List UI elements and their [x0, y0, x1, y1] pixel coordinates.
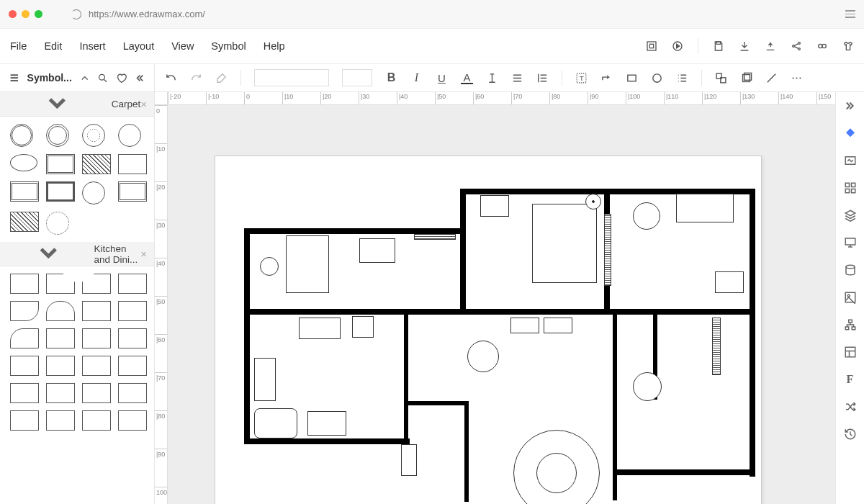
search-icon[interactable]: [97, 72, 109, 84]
close-library-icon[interactable]: ×: [140, 98, 147, 110]
shape-item[interactable]: [46, 124, 69, 147]
shape-item[interactable]: [46, 328, 75, 348]
shape-item[interactable]: [118, 274, 147, 294]
font-family-select[interactable]: [254, 69, 329, 86]
shape-item[interactable]: [10, 328, 39, 348]
shape-item[interactable]: [82, 274, 111, 294]
shape-item[interactable]: [10, 356, 39, 376]
furniture-toilet[interactable]: [401, 444, 417, 476]
furniture-counter[interactable]: [254, 358, 276, 401]
format-painter-icon[interactable]: [215, 72, 228, 84]
shape-item[interactable]: [46, 181, 75, 202]
fill-style-icon[interactable]: [844, 127, 857, 140]
shape-item[interactable]: [82, 383, 111, 403]
shape-item[interactable]: [118, 356, 147, 376]
highlight-icon[interactable]: [486, 72, 498, 84]
connector-icon[interactable]: [600, 72, 613, 84]
furniture-chair[interactable]: [260, 257, 279, 276]
furniture-sink[interactable]: [715, 271, 744, 293]
shape-item[interactable]: [10, 410, 39, 431]
shape-item[interactable]: [82, 301, 111, 321]
shape-item[interactable]: [118, 328, 147, 348]
shape-item[interactable]: [46, 212, 69, 235]
library-header-kitchen[interactable]: Kitchen and Dini... ×: [0, 242, 154, 266]
furniture-dining-table[interactable]: [467, 341, 499, 372]
menu-layout[interactable]: Layout: [123, 40, 155, 52]
history-icon[interactable]: [844, 428, 857, 441]
shape-item[interactable]: [82, 124, 105, 147]
close-window-icon[interactable]: [9, 10, 17, 18]
menu-insert[interactable]: Insert: [79, 40, 105, 52]
italic-icon[interactable]: I: [410, 72, 423, 84]
shape-item[interactable]: [82, 181, 105, 204]
present-icon[interactable]: [844, 236, 857, 249]
list-icon[interactable]: [676, 72, 688, 84]
drawing-page[interactable]: [215, 156, 762, 504]
shape-item[interactable]: [10, 124, 33, 147]
shape-item[interactable]: [118, 383, 147, 403]
align-icon[interactable]: [511, 72, 523, 84]
more-icon[interactable]: [791, 72, 803, 84]
furniture-bathtub[interactable]: [254, 408, 297, 438]
font-color-icon[interactable]: A: [461, 72, 473, 84]
library-icon[interactable]: [9, 72, 20, 84]
play-icon[interactable]: [672, 40, 683, 52]
furniture-table[interactable]: [633, 202, 660, 230]
font-size-select[interactable]: [342, 69, 372, 86]
underline-icon[interactable]: U: [436, 72, 448, 84]
shape-item[interactable]: [82, 154, 111, 174]
shape-item[interactable]: [118, 181, 147, 202]
share-icon[interactable]: [791, 40, 802, 52]
furniture-bed[interactable]: [532, 204, 597, 283]
furniture-cabinet[interactable]: [544, 318, 572, 333]
shape-item[interactable]: [10, 301, 39, 321]
furniture-stairs[interactable]: [712, 318, 721, 375]
shape-item[interactable]: [10, 383, 39, 403]
shape-item[interactable]: [82, 356, 111, 376]
fullscreen-icon[interactable]: [646, 40, 657, 52]
menu-file[interactable]: File: [10, 40, 27, 52]
redo-icon[interactable]: [190, 72, 202, 84]
undo-icon[interactable]: [165, 72, 177, 84]
menu-symbol[interactable]: Symbol: [211, 40, 246, 52]
tshirt-icon[interactable]: [842, 40, 854, 52]
furniture-wardrobe[interactable]: [604, 214, 611, 286]
furniture-fan[interactable]: [585, 194, 601, 210]
shape-item[interactable]: [118, 301, 147, 321]
browser-menu-icon[interactable]: [845, 10, 855, 18]
furniture-chair[interactable]: [633, 372, 662, 401]
close-library-icon[interactable]: ×: [140, 248, 147, 260]
url-display[interactable]: https://www.edrawmax.com/: [89, 9, 838, 19]
database-icon[interactable]: [844, 264, 857, 276]
menu-help[interactable]: Help: [264, 40, 285, 52]
line-color-icon[interactable]: [765, 72, 778, 84]
layout-icon[interactable]: [844, 346, 857, 359]
font-icon[interactable]: F: [844, 373, 857, 386]
heart-icon[interactable]: [116, 72, 127, 84]
furniture-bed[interactable]: [286, 235, 329, 293]
image-icon[interactable]: [844, 154, 857, 167]
shape-item[interactable]: [10, 154, 37, 171]
shape-item[interactable]: [46, 154, 75, 174]
shape-item[interactable]: [46, 410, 75, 431]
furniture-counter[interactable]: [299, 318, 341, 339]
furniture-desk[interactable]: [359, 238, 395, 263]
shape-item[interactable]: [46, 274, 75, 294]
bold-icon[interactable]: B: [385, 72, 397, 84]
furniture-cabinet[interactable]: [510, 318, 539, 333]
shape-item[interactable]: [46, 356, 75, 376]
line-height-icon[interactable]: [536, 72, 549, 84]
text-tool-icon[interactable]: T: [575, 72, 588, 84]
menu-view[interactable]: View: [171, 40, 194, 52]
shape-item[interactable]: [118, 154, 147, 174]
rectangle-icon[interactable]: [626, 72, 638, 84]
maximize-window-icon[interactable]: [35, 10, 42, 18]
shape-item[interactable]: [118, 410, 147, 431]
download-icon[interactable]: [739, 40, 750, 52]
menu-edit[interactable]: Edit: [44, 40, 62, 52]
furniture-stove[interactable]: [352, 316, 374, 338]
shape-item[interactable]: [82, 328, 111, 348]
layers-icon[interactable]: [844, 209, 857, 222]
save-icon[interactable]: [713, 40, 724, 52]
arrange-icon[interactable]: [740, 72, 752, 84]
